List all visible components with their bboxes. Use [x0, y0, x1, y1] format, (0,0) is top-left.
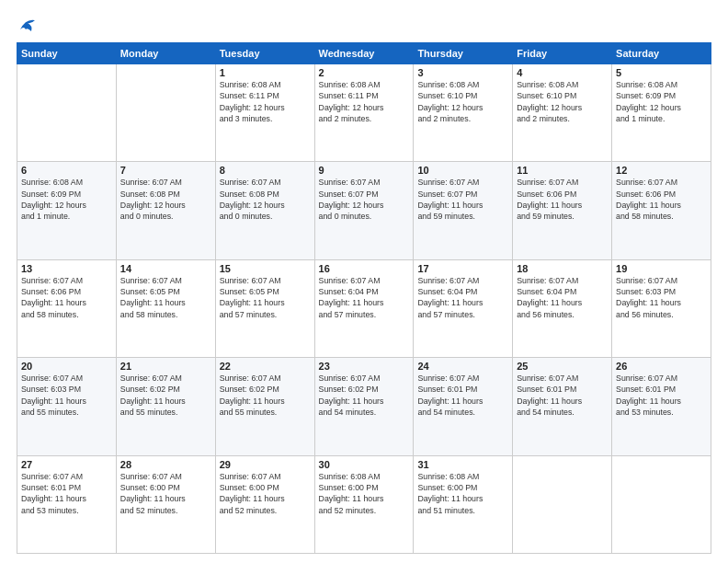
day-info: Sunrise: 6:07 AM Sunset: 6:01 PM Dayligh… — [417, 373, 508, 418]
table-row: 20Sunrise: 6:07 AM Sunset: 6:03 PM Dayli… — [17, 358, 117, 455]
table-row: 27Sunrise: 6:07 AM Sunset: 6:01 PM Dayli… — [17, 455, 117, 553]
day-number: 24 — [417, 361, 508, 372]
day-number: 14 — [120, 263, 211, 274]
page: SundayMondayTuesdayWednesdayThursdayFrid… — [0, 0, 728, 563]
day-number: 9 — [319, 165, 410, 176]
day-info: Sunrise: 6:08 AM Sunset: 6:11 PM Dayligh… — [220, 79, 311, 124]
table-row — [513, 455, 612, 553]
day-info: Sunrise: 6:07 AM Sunset: 6:04 PM Dayligh… — [417, 275, 508, 320]
day-info: Sunrise: 6:07 AM Sunset: 6:03 PM Dayligh… — [21, 373, 112, 418]
table-row: 6Sunrise: 6:08 AM Sunset: 6:09 PM Daylig… — [17, 162, 117, 259]
table-row — [17, 64, 117, 162]
table-row: 26Sunrise: 6:07 AM Sunset: 6:01 PM Dayli… — [612, 358, 711, 455]
day-number: 31 — [417, 459, 508, 470]
weekday-header-monday: Monday — [116, 43, 215, 64]
table-row: 4Sunrise: 6:08 AM Sunset: 6:10 PM Daylig… — [513, 64, 612, 162]
day-info: Sunrise: 6:07 AM Sunset: 6:01 PM Dayligh… — [21, 471, 112, 516]
weekday-header-wednesday: Wednesday — [314, 43, 414, 64]
day-number: 30 — [319, 459, 410, 470]
day-info: Sunrise: 6:07 AM Sunset: 6:01 PM Dayligh… — [517, 373, 608, 418]
day-number: 7 — [120, 165, 211, 176]
day-info: Sunrise: 6:07 AM Sunset: 6:02 PM Dayligh… — [220, 373, 311, 418]
day-number: 16 — [319, 263, 410, 274]
table-row: 22Sunrise: 6:07 AM Sunset: 6:02 PM Dayli… — [215, 358, 314, 455]
day-info: Sunrise: 6:07 AM Sunset: 6:04 PM Dayligh… — [319, 275, 410, 320]
day-number: 2 — [319, 67, 410, 78]
day-info: Sunrise: 6:07 AM Sunset: 6:08 PM Dayligh… — [120, 177, 211, 222]
weekday-header-saturday: Saturday — [612, 43, 711, 64]
day-info: Sunrise: 6:07 AM Sunset: 6:04 PM Dayligh… — [517, 275, 608, 320]
day-info: Sunrise: 6:07 AM Sunset: 6:06 PM Dayligh… — [517, 177, 608, 222]
day-number: 25 — [517, 361, 608, 372]
day-info: Sunrise: 6:07 AM Sunset: 6:08 PM Dayligh… — [220, 177, 311, 222]
logo — [17, 17, 40, 33]
table-row: 9Sunrise: 6:07 AM Sunset: 6:07 PM Daylig… — [314, 162, 414, 259]
table-row: 30Sunrise: 6:08 AM Sunset: 6:00 PM Dayli… — [314, 455, 414, 553]
header — [17, 17, 711, 33]
day-number: 27 — [21, 459, 112, 470]
table-row: 2Sunrise: 6:08 AM Sunset: 6:11 PM Daylig… — [314, 64, 414, 162]
table-row — [116, 64, 215, 162]
weekday-header-friday: Friday — [513, 43, 612, 64]
day-info: Sunrise: 6:07 AM Sunset: 6:01 PM Dayligh… — [616, 373, 707, 418]
weekday-header-tuesday: Tuesday — [215, 43, 314, 64]
logo-bird-icon — [18, 17, 39, 33]
day-info: Sunrise: 6:08 AM Sunset: 6:00 PM Dayligh… — [417, 471, 508, 516]
table-row: 28Sunrise: 6:07 AM Sunset: 6:00 PM Dayli… — [116, 455, 215, 553]
day-number: 28 — [120, 459, 211, 470]
day-number: 10 — [417, 165, 508, 176]
day-info: Sunrise: 6:08 AM Sunset: 6:10 PM Dayligh… — [517, 79, 608, 124]
weekday-header-thursday: Thursday — [414, 43, 513, 64]
day-number: 21 — [120, 361, 211, 372]
table-row: 8Sunrise: 6:07 AM Sunset: 6:08 PM Daylig… — [215, 162, 314, 259]
table-row: 16Sunrise: 6:07 AM Sunset: 6:04 PM Dayli… — [314, 259, 414, 357]
table-row: 23Sunrise: 6:07 AM Sunset: 6:02 PM Dayli… — [314, 358, 414, 455]
day-number: 13 — [21, 263, 112, 274]
day-number: 8 — [220, 165, 311, 176]
day-info: Sunrise: 6:08 AM Sunset: 6:11 PM Dayligh… — [319, 79, 410, 124]
day-number: 15 — [220, 263, 311, 274]
table-row: 24Sunrise: 6:07 AM Sunset: 6:01 PM Dayli… — [414, 358, 513, 455]
table-row: 3Sunrise: 6:08 AM Sunset: 6:10 PM Daylig… — [414, 64, 513, 162]
table-row: 7Sunrise: 6:07 AM Sunset: 6:08 PM Daylig… — [116, 162, 215, 259]
day-number: 23 — [319, 361, 410, 372]
day-number: 1 — [220, 67, 311, 78]
table-row: 25Sunrise: 6:07 AM Sunset: 6:01 PM Dayli… — [513, 358, 612, 455]
day-info: Sunrise: 6:07 AM Sunset: 6:02 PM Dayligh… — [319, 373, 410, 418]
table-row — [612, 455, 711, 553]
day-number: 22 — [220, 361, 311, 372]
table-row: 15Sunrise: 6:07 AM Sunset: 6:05 PM Dayli… — [215, 259, 314, 357]
day-info: Sunrise: 6:07 AM Sunset: 6:06 PM Dayligh… — [21, 275, 112, 320]
table-row: 29Sunrise: 6:07 AM Sunset: 6:00 PM Dayli… — [215, 455, 314, 553]
day-number: 26 — [616, 361, 707, 372]
day-number: 12 — [616, 165, 707, 176]
day-info: Sunrise: 6:07 AM Sunset: 6:00 PM Dayligh… — [220, 471, 311, 516]
day-number: 29 — [220, 459, 311, 470]
day-info: Sunrise: 6:07 AM Sunset: 6:05 PM Dayligh… — [120, 275, 211, 320]
table-row: 21Sunrise: 6:07 AM Sunset: 6:02 PM Dayli… — [116, 358, 215, 455]
day-number: 11 — [517, 165, 608, 176]
table-row: 5Sunrise: 6:08 AM Sunset: 6:09 PM Daylig… — [612, 64, 711, 162]
day-number: 6 — [21, 165, 112, 176]
table-row: 1Sunrise: 6:08 AM Sunset: 6:11 PM Daylig… — [215, 64, 314, 162]
table-row: 31Sunrise: 6:08 AM Sunset: 6:00 PM Dayli… — [414, 455, 513, 553]
table-row: 18Sunrise: 6:07 AM Sunset: 6:04 PM Dayli… — [513, 259, 612, 357]
day-number: 17 — [417, 263, 508, 274]
day-info: Sunrise: 6:07 AM Sunset: 6:05 PM Dayligh… — [220, 275, 311, 320]
table-row: 19Sunrise: 6:07 AM Sunset: 6:03 PM Dayli… — [612, 259, 711, 357]
day-info: Sunrise: 6:07 AM Sunset: 6:07 PM Dayligh… — [319, 177, 410, 222]
day-number: 5 — [616, 67, 707, 78]
table-row: 17Sunrise: 6:07 AM Sunset: 6:04 PM Dayli… — [414, 259, 513, 357]
day-info: Sunrise: 6:08 AM Sunset: 6:09 PM Dayligh… — [616, 79, 707, 124]
day-number: 4 — [517, 67, 608, 78]
day-info: Sunrise: 6:07 AM Sunset: 6:00 PM Dayligh… — [120, 471, 211, 516]
day-number: 18 — [517, 263, 608, 274]
table-row: 12Sunrise: 6:07 AM Sunset: 6:06 PM Dayli… — [612, 162, 711, 259]
day-info: Sunrise: 6:07 AM Sunset: 6:02 PM Dayligh… — [120, 373, 211, 418]
weekday-header-sunday: Sunday — [17, 43, 117, 64]
day-info: Sunrise: 6:08 AM Sunset: 6:10 PM Dayligh… — [417, 79, 508, 124]
table-row: 11Sunrise: 6:07 AM Sunset: 6:06 PM Dayli… — [513, 162, 612, 259]
calendar-table: SundayMondayTuesdayWednesdayThursdayFrid… — [17, 42, 711, 554]
table-row: 14Sunrise: 6:07 AM Sunset: 6:05 PM Dayli… — [116, 259, 215, 357]
day-info: Sunrise: 6:07 AM Sunset: 6:06 PM Dayligh… — [616, 177, 707, 222]
